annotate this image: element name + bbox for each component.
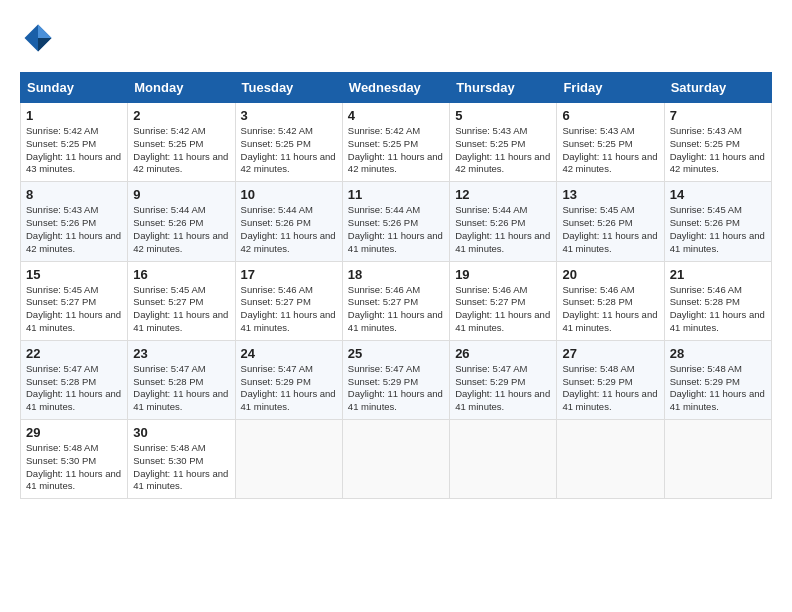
calendar-cell: 17 Sunrise: 5:46 AM Sunset: 5:27 PM Dayl… <box>235 261 342 340</box>
cell-info: Sunrise: 5:47 AM Sunset: 5:29 PM Dayligh… <box>348 363 444 414</box>
calendar-cell: 20 Sunrise: 5:46 AM Sunset: 5:28 PM Dayl… <box>557 261 664 340</box>
day-number: 18 <box>348 267 444 282</box>
calendar-cell: 6 Sunrise: 5:43 AM Sunset: 5:25 PM Dayli… <box>557 103 664 182</box>
calendar-cell: 1 Sunrise: 5:42 AM Sunset: 5:25 PM Dayli… <box>21 103 128 182</box>
day-number: 14 <box>670 187 766 202</box>
day-number: 29 <box>26 425 122 440</box>
calendar-cell: 12 Sunrise: 5:44 AM Sunset: 5:26 PM Dayl… <box>450 182 557 261</box>
cell-info: Sunrise: 5:47 AM Sunset: 5:29 PM Dayligh… <box>241 363 337 414</box>
calendar-table: Sunday Monday Tuesday Wednesday Thursday… <box>20 72 772 499</box>
svg-marker-1 <box>38 25 52 39</box>
cell-info: Sunrise: 5:45 AM Sunset: 5:27 PM Dayligh… <box>26 284 122 335</box>
day-number: 3 <box>241 108 337 123</box>
calendar-cell: 2 Sunrise: 5:42 AM Sunset: 5:25 PM Dayli… <box>128 103 235 182</box>
cell-info: Sunrise: 5:47 AM Sunset: 5:29 PM Dayligh… <box>455 363 551 414</box>
calendar-cell: 18 Sunrise: 5:46 AM Sunset: 5:27 PM Dayl… <box>342 261 449 340</box>
calendar-cell: 23 Sunrise: 5:47 AM Sunset: 5:28 PM Dayl… <box>128 340 235 419</box>
cell-info: Sunrise: 5:44 AM Sunset: 5:26 PM Dayligh… <box>133 204 229 255</box>
cell-info: Sunrise: 5:42 AM Sunset: 5:25 PM Dayligh… <box>26 125 122 176</box>
cell-info: Sunrise: 5:48 AM Sunset: 5:29 PM Dayligh… <box>562 363 658 414</box>
page-header <box>20 20 772 56</box>
calendar-row-3: 15 Sunrise: 5:45 AM Sunset: 5:27 PM Dayl… <box>21 261 772 340</box>
col-wednesday: Wednesday <box>342 73 449 103</box>
calendar-row-4: 22 Sunrise: 5:47 AM Sunset: 5:28 PM Dayl… <box>21 340 772 419</box>
col-tuesday: Tuesday <box>235 73 342 103</box>
day-number: 17 <box>241 267 337 282</box>
day-number: 6 <box>562 108 658 123</box>
cell-info: Sunrise: 5:42 AM Sunset: 5:25 PM Dayligh… <box>241 125 337 176</box>
day-number: 7 <box>670 108 766 123</box>
cell-info: Sunrise: 5:46 AM Sunset: 5:27 PM Dayligh… <box>348 284 444 335</box>
col-sunday: Sunday <box>21 73 128 103</box>
calendar-cell: 3 Sunrise: 5:42 AM Sunset: 5:25 PM Dayli… <box>235 103 342 182</box>
cell-info: Sunrise: 5:44 AM Sunset: 5:26 PM Dayligh… <box>455 204 551 255</box>
col-monday: Monday <box>128 73 235 103</box>
day-number: 10 <box>241 187 337 202</box>
svg-marker-2 <box>38 38 52 52</box>
logo-icon <box>20 20 56 56</box>
calendar-cell: 7 Sunrise: 5:43 AM Sunset: 5:25 PM Dayli… <box>664 103 771 182</box>
logo <box>20 20 60 56</box>
day-number: 27 <box>562 346 658 361</box>
calendar-cell: 29 Sunrise: 5:48 AM Sunset: 5:30 PM Dayl… <box>21 420 128 499</box>
calendar-cell: 9 Sunrise: 5:44 AM Sunset: 5:26 PM Dayli… <box>128 182 235 261</box>
day-number: 30 <box>133 425 229 440</box>
calendar-header-row: Sunday Monday Tuesday Wednesday Thursday… <box>21 73 772 103</box>
calendar-cell: 27 Sunrise: 5:48 AM Sunset: 5:29 PM Dayl… <box>557 340 664 419</box>
cell-info: Sunrise: 5:46 AM Sunset: 5:28 PM Dayligh… <box>562 284 658 335</box>
cell-info: Sunrise: 5:43 AM Sunset: 5:25 PM Dayligh… <box>670 125 766 176</box>
cell-info: Sunrise: 5:48 AM Sunset: 5:29 PM Dayligh… <box>670 363 766 414</box>
cell-info: Sunrise: 5:48 AM Sunset: 5:30 PM Dayligh… <box>26 442 122 493</box>
calendar-cell: 19 Sunrise: 5:46 AM Sunset: 5:27 PM Dayl… <box>450 261 557 340</box>
day-number: 5 <box>455 108 551 123</box>
day-number: 28 <box>670 346 766 361</box>
cell-info: Sunrise: 5:43 AM Sunset: 5:26 PM Dayligh… <box>26 204 122 255</box>
calendar-cell: 4 Sunrise: 5:42 AM Sunset: 5:25 PM Dayli… <box>342 103 449 182</box>
cell-info: Sunrise: 5:45 AM Sunset: 5:27 PM Dayligh… <box>133 284 229 335</box>
day-number: 25 <box>348 346 444 361</box>
col-saturday: Saturday <box>664 73 771 103</box>
day-number: 13 <box>562 187 658 202</box>
day-number: 22 <box>26 346 122 361</box>
day-number: 4 <box>348 108 444 123</box>
calendar-cell: 10 Sunrise: 5:44 AM Sunset: 5:26 PM Dayl… <box>235 182 342 261</box>
col-friday: Friday <box>557 73 664 103</box>
cell-info: Sunrise: 5:46 AM Sunset: 5:27 PM Dayligh… <box>241 284 337 335</box>
calendar-cell <box>664 420 771 499</box>
day-number: 23 <box>133 346 229 361</box>
calendar-cell <box>450 420 557 499</box>
calendar-row-2: 8 Sunrise: 5:43 AM Sunset: 5:26 PM Dayli… <box>21 182 772 261</box>
day-number: 2 <box>133 108 229 123</box>
calendar-cell: 14 Sunrise: 5:45 AM Sunset: 5:26 PM Dayl… <box>664 182 771 261</box>
calendar-cell: 13 Sunrise: 5:45 AM Sunset: 5:26 PM Dayl… <box>557 182 664 261</box>
calendar-cell: 26 Sunrise: 5:47 AM Sunset: 5:29 PM Dayl… <box>450 340 557 419</box>
cell-info: Sunrise: 5:45 AM Sunset: 5:26 PM Dayligh… <box>562 204 658 255</box>
calendar-cell: 16 Sunrise: 5:45 AM Sunset: 5:27 PM Dayl… <box>128 261 235 340</box>
day-number: 15 <box>26 267 122 282</box>
day-number: 1 <box>26 108 122 123</box>
calendar-cell: 5 Sunrise: 5:43 AM Sunset: 5:25 PM Dayli… <box>450 103 557 182</box>
col-thursday: Thursday <box>450 73 557 103</box>
cell-info: Sunrise: 5:42 AM Sunset: 5:25 PM Dayligh… <box>133 125 229 176</box>
calendar-cell: 22 Sunrise: 5:47 AM Sunset: 5:28 PM Dayl… <box>21 340 128 419</box>
calendar-cell: 8 Sunrise: 5:43 AM Sunset: 5:26 PM Dayli… <box>21 182 128 261</box>
day-number: 9 <box>133 187 229 202</box>
day-number: 19 <box>455 267 551 282</box>
cell-info: Sunrise: 5:43 AM Sunset: 5:25 PM Dayligh… <box>562 125 658 176</box>
calendar-cell <box>342 420 449 499</box>
cell-info: Sunrise: 5:44 AM Sunset: 5:26 PM Dayligh… <box>241 204 337 255</box>
day-number: 21 <box>670 267 766 282</box>
cell-info: Sunrise: 5:42 AM Sunset: 5:25 PM Dayligh… <box>348 125 444 176</box>
day-number: 26 <box>455 346 551 361</box>
cell-info: Sunrise: 5:46 AM Sunset: 5:28 PM Dayligh… <box>670 284 766 335</box>
day-number: 16 <box>133 267 229 282</box>
calendar-cell: 30 Sunrise: 5:48 AM Sunset: 5:30 PM Dayl… <box>128 420 235 499</box>
cell-info: Sunrise: 5:46 AM Sunset: 5:27 PM Dayligh… <box>455 284 551 335</box>
day-number: 12 <box>455 187 551 202</box>
calendar-row-1: 1 Sunrise: 5:42 AM Sunset: 5:25 PM Dayli… <box>21 103 772 182</box>
calendar-cell: 15 Sunrise: 5:45 AM Sunset: 5:27 PM Dayl… <box>21 261 128 340</box>
calendar-cell: 25 Sunrise: 5:47 AM Sunset: 5:29 PM Dayl… <box>342 340 449 419</box>
calendar-row-5: 29 Sunrise: 5:48 AM Sunset: 5:30 PM Dayl… <box>21 420 772 499</box>
calendar-cell <box>557 420 664 499</box>
calendar-cell: 11 Sunrise: 5:44 AM Sunset: 5:26 PM Dayl… <box>342 182 449 261</box>
